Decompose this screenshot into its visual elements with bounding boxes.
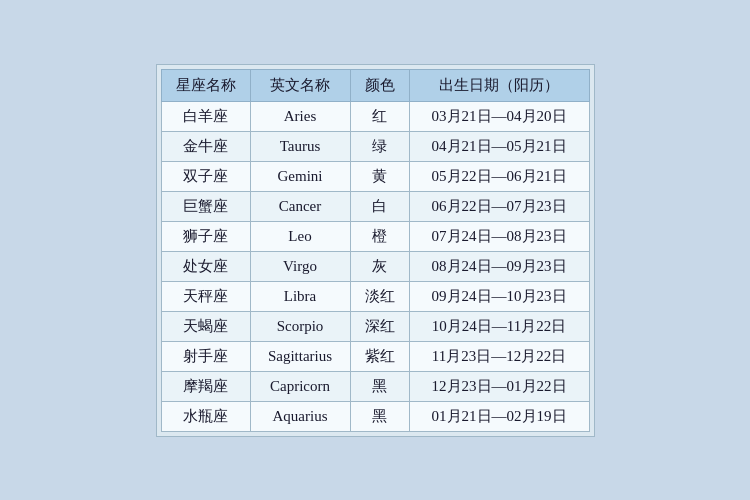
cell-date-range: 06月22日—07月23日 — [409, 191, 589, 221]
cell-color: 黑 — [350, 371, 409, 401]
cell-color: 绿 — [350, 131, 409, 161]
cell-chinese-name: 白羊座 — [161, 101, 250, 131]
cell-date-range: 10月24日—11月22日 — [409, 311, 589, 341]
cell-date-range: 04月21日—05月21日 — [409, 131, 589, 161]
table-header-row: 星座名称 英文名称 颜色 出生日期（阳历） — [161, 69, 589, 101]
cell-english-name: Scorpio — [250, 311, 350, 341]
cell-date-range: 03月21日—04月20日 — [409, 101, 589, 131]
table-row: 摩羯座Capricorn黑12月23日—01月22日 — [161, 371, 589, 401]
cell-color: 黄 — [350, 161, 409, 191]
table-row: 天蝎座Scorpio深红10月24日—11月22日 — [161, 311, 589, 341]
cell-color: 灰 — [350, 251, 409, 281]
header-chinese-name: 星座名称 — [161, 69, 250, 101]
cell-chinese-name: 摩羯座 — [161, 371, 250, 401]
cell-english-name: Libra — [250, 281, 350, 311]
cell-chinese-name: 狮子座 — [161, 221, 250, 251]
cell-chinese-name: 双子座 — [161, 161, 250, 191]
cell-date-range: 05月22日—06月21日 — [409, 161, 589, 191]
cell-english-name: Aries — [250, 101, 350, 131]
header-date-range: 出生日期（阳历） — [409, 69, 589, 101]
cell-date-range: 07月24日—08月23日 — [409, 221, 589, 251]
cell-english-name: Cancer — [250, 191, 350, 221]
cell-color: 白 — [350, 191, 409, 221]
table-row: 狮子座Leo橙07月24日—08月23日 — [161, 221, 589, 251]
table-row: 处女座Virgo灰08月24日—09月23日 — [161, 251, 589, 281]
cell-date-range: 01月21日—02月19日 — [409, 401, 589, 431]
cell-color: 橙 — [350, 221, 409, 251]
table-row: 双子座Gemini黄05月22日—06月21日 — [161, 161, 589, 191]
table-row: 天秤座Libra淡红09月24日—10月23日 — [161, 281, 589, 311]
cell-chinese-name: 射手座 — [161, 341, 250, 371]
cell-color: 淡红 — [350, 281, 409, 311]
header-english-name: 英文名称 — [250, 69, 350, 101]
cell-chinese-name: 水瓶座 — [161, 401, 250, 431]
cell-english-name: Leo — [250, 221, 350, 251]
cell-date-range: 08月24日—09月23日 — [409, 251, 589, 281]
table-row: 金牛座Taurus绿04月21日—05月21日 — [161, 131, 589, 161]
cell-color: 深红 — [350, 311, 409, 341]
table-row: 射手座Sagittarius紫红11月23日—12月22日 — [161, 341, 589, 371]
table-row: 水瓶座Aquarius黑01月21日—02月19日 — [161, 401, 589, 431]
cell-chinese-name: 天蝎座 — [161, 311, 250, 341]
cell-date-range: 12月23日—01月22日 — [409, 371, 589, 401]
zodiac-table-container: 星座名称 英文名称 颜色 出生日期（阳历） 白羊座Aries红03月21日—04… — [156, 64, 595, 437]
cell-english-name: Aquarius — [250, 401, 350, 431]
cell-color: 红 — [350, 101, 409, 131]
table-row: 白羊座Aries红03月21日—04月20日 — [161, 101, 589, 131]
cell-english-name: Taurus — [250, 131, 350, 161]
cell-chinese-name: 巨蟹座 — [161, 191, 250, 221]
cell-chinese-name: 金牛座 — [161, 131, 250, 161]
cell-chinese-name: 处女座 — [161, 251, 250, 281]
cell-date-range: 09月24日—10月23日 — [409, 281, 589, 311]
cell-chinese-name: 天秤座 — [161, 281, 250, 311]
cell-color: 黑 — [350, 401, 409, 431]
cell-english-name: Gemini — [250, 161, 350, 191]
cell-english-name: Sagittarius — [250, 341, 350, 371]
zodiac-table: 星座名称 英文名称 颜色 出生日期（阳历） 白羊座Aries红03月21日—04… — [161, 69, 590, 432]
table-row: 巨蟹座Cancer白06月22日—07月23日 — [161, 191, 589, 221]
cell-english-name: Virgo — [250, 251, 350, 281]
header-color: 颜色 — [350, 69, 409, 101]
cell-english-name: Capricorn — [250, 371, 350, 401]
cell-color: 紫红 — [350, 341, 409, 371]
cell-date-range: 11月23日—12月22日 — [409, 341, 589, 371]
